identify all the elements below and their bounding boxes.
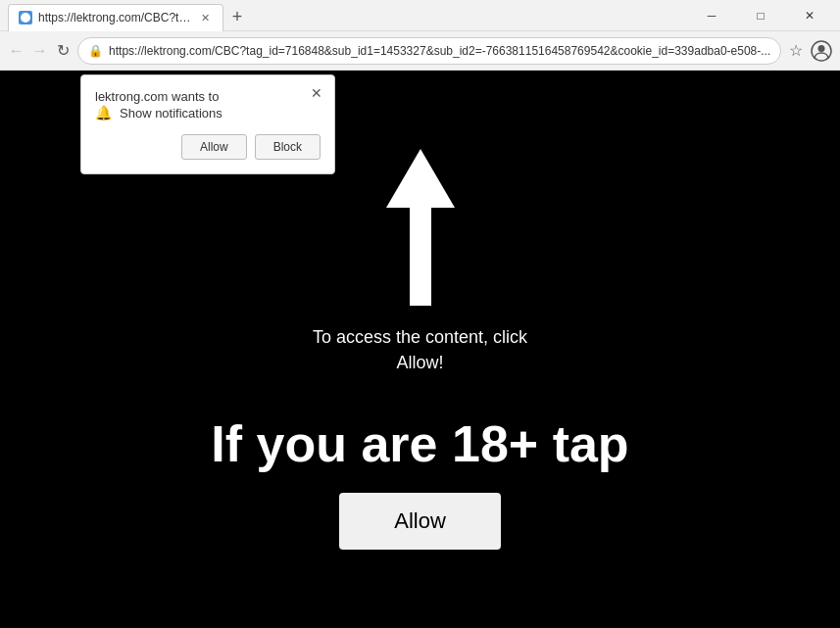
back-button[interactable]: ← [8,37,25,65]
url-bar[interactable]: 🔒 https://lektrong.com/CBC?tag_id=716848… [77,37,781,65]
refresh-button[interactable]: ↻ [54,37,72,65]
permission-row: 🔔 Show notifications [95,105,321,121]
bookmark-icon[interactable]: ☆ [787,37,805,65]
browser-window: https://lektrong.com/CBC?tag_id=... ✕ + … [0,0,840,628]
browser-tab[interactable]: https://lektrong.com/CBC?tag_id=... ✕ [8,4,223,31]
notification-label: Show notifications [120,106,222,121]
svg-point-0 [21,13,30,23]
age-text: If you are 18+ tap [211,414,628,473]
arrow-up-graphic [386,149,455,306]
arrow-shaft [410,198,431,306]
lock-icon: 🔒 [88,44,103,58]
new-tab-button[interactable]: + [223,4,251,31]
maximize-button[interactable]: □ [738,0,783,31]
minimize-button[interactable]: ─ [689,0,734,31]
tab-favicon [19,11,32,24]
address-bar: ← → ↻ 🔒 https://lektrong.com/CBC?tag_id=… [0,31,840,71]
popup-close-button[interactable]: ✕ [307,83,326,103]
window-controls: ─ □ ✕ [689,0,832,31]
allow-button-large[interactable]: Allow [339,493,501,550]
tab-close-button[interactable]: ✕ [197,10,213,25]
webpage-content: lektrong.com wants to ✕ 🔔 Show notificat… [0,71,840,628]
popup-buttons: Allow Block [95,134,321,160]
access-text: To access the content, click Allow! [313,325,527,374]
access-line1: To access the content, click [313,327,527,347]
tab-title: https://lektrong.com/CBC?tag_id=... [38,11,191,24]
forward-button[interactable]: → [31,37,49,65]
close-button[interactable]: ✕ [787,0,832,31]
popup-title: lektrong.com wants to [95,89,219,104]
popup-allow-button[interactable]: Allow [181,134,247,160]
tab-bar: https://lektrong.com/CBC?tag_id=... ✕ + [8,0,681,31]
svg-point-2 [817,45,824,52]
url-text: https://lektrong.com/CBC?tag_id=716848&s… [109,44,770,58]
bell-icon: 🔔 [95,105,112,121]
popup-block-button[interactable]: Block [255,134,321,160]
permission-popup: lektrong.com wants to ✕ 🔔 Show notificat… [80,74,335,174]
title-bar: https://lektrong.com/CBC?tag_id=... ✕ + … [0,0,840,31]
access-line2: Allow! [396,353,443,372]
profile-icon[interactable] [811,37,832,65]
